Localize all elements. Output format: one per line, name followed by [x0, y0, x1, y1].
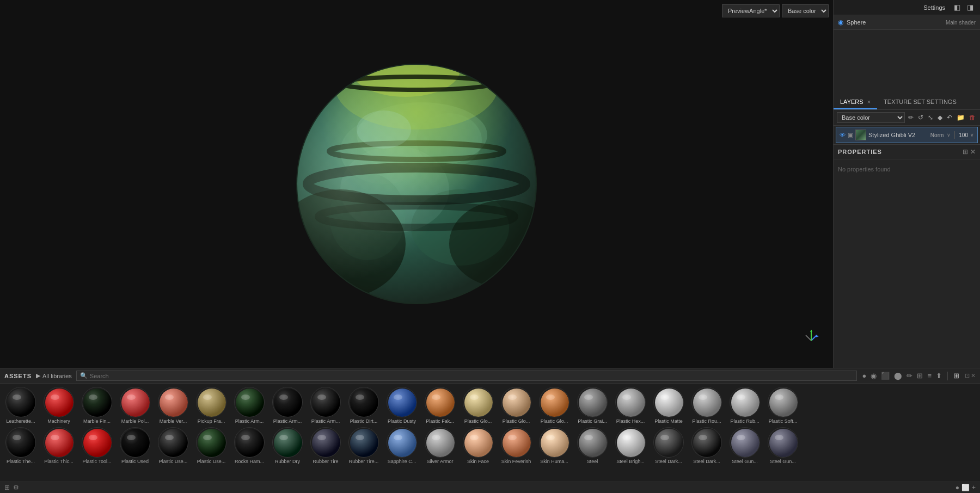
material-item[interactable]: Marble Fin...: [78, 386, 115, 425]
paint-bucket-btn[interactable]: ◆: [936, 113, 944, 122]
material-thumbnail: [120, 427, 150, 458]
material-item[interactable]: Skin Huma...: [536, 426, 573, 465]
material-item[interactable]: Skin Feverish: [498, 426, 535, 465]
close-window-btn[interactable]: ✕: [971, 372, 976, 379]
large-grid-btn[interactable]: ⊞: [952, 371, 960, 381]
material-item[interactable]: Plastic The...: [2, 426, 39, 465]
material-label: Plastic Tool...: [79, 459, 114, 464]
svg-point-100: [622, 435, 631, 440]
svg-point-45: [388, 389, 416, 417]
material-item[interactable]: Rubber Tire: [307, 426, 344, 465]
material-item[interactable]: Plastic Glo...: [536, 386, 573, 425]
material-item[interactable]: Plastic Glo...: [460, 386, 497, 425]
layer-visibility-icon[interactable]: 👁: [840, 132, 846, 138]
material-item[interactable]: Steel: [574, 426, 611, 465]
material-item[interactable]: Plastic Tool...: [78, 426, 115, 465]
material-item[interactable]: Plastic Rub...: [726, 386, 763, 425]
material-item[interactable]: Steel Brigh...: [612, 426, 649, 465]
cube-btn[interactable]: ⬛: [880, 371, 891, 381]
material-item[interactable]: Leatherette...: [2, 386, 39, 425]
material-item[interactable]: Plastic Thic...: [40, 426, 77, 465]
material-item[interactable]: Plastic Use...: [193, 426, 230, 465]
preview-icon-2[interactable]: ◨: [965, 2, 976, 13]
all-libraries-btn[interactable]: ▶ All libraries: [36, 372, 72, 379]
material-item[interactable]: Plastic Glo...: [498, 386, 535, 425]
layers-tab-close[interactable]: ×: [867, 98, 871, 105]
material-item[interactable]: Plastic Fak...: [421, 386, 458, 425]
material-label: Sapphire C...: [384, 459, 419, 464]
material-item[interactable]: Sapphire C...: [383, 426, 420, 465]
material-item[interactable]: Rubber Tire...: [345, 426, 382, 465]
svg-point-66: [775, 395, 783, 400]
material-item[interactable]: Plastic Used: [117, 426, 154, 465]
add-effect-btn[interactable]: ↶: [946, 113, 953, 122]
material-item[interactable]: Steel Dark...: [650, 426, 687, 465]
material-thumbnail: [577, 427, 608, 458]
material-thumbnail: [196, 427, 226, 458]
material-item[interactable]: Steel Gun...: [764, 426, 801, 465]
plus-foot-btn[interactable]: +: [972, 484, 976, 491]
add-paint-layer-btn[interactable]: ✏: [907, 113, 915, 122]
display-mode-select[interactable]: Base color: [782, 4, 829, 17]
assets-title: ASSETS: [4, 373, 32, 379]
material-item[interactable]: Plastic Soft...: [764, 386, 801, 425]
list-view-btn[interactable]: ≡: [926, 371, 933, 381]
add-asset-btn[interactable]: ⊞: [4, 484, 10, 491]
material-item[interactable]: Plastic Rou...: [688, 386, 725, 425]
base-color-select[interactable]: Base color: [837, 112, 905, 123]
material-item[interactable]: Plastic Dirt...: [345, 386, 382, 425]
material-item[interactable]: Marble Ver...: [155, 386, 192, 425]
folder-btn[interactable]: 📁: [955, 113, 966, 122]
material-item[interactable]: Plastic Arm...: [269, 386, 306, 425]
material-item[interactable]: Plastic Grai...: [574, 386, 611, 425]
expand-window-btn[interactable]: ⊡: [965, 372, 970, 379]
material-item[interactable]: Silver Armor: [421, 426, 458, 465]
material-item[interactable]: Marble Pol...: [117, 386, 154, 425]
material-item[interactable]: Steel Dark...: [688, 426, 725, 465]
material-item[interactable]: Rubber Dry: [269, 426, 306, 465]
material-item[interactable]: Plastic Matte: [650, 386, 687, 425]
material-item[interactable]: Plastic Dusty: [383, 386, 420, 425]
layer-item[interactable]: 👁 ▣ Stylized Ghibli V2 Norm ∨ 100 ∨: [836, 127, 978, 143]
paint-btn[interactable]: ✏: [905, 371, 914, 381]
cylinder-btn[interactable]: ⬤: [893, 371, 903, 381]
search-input[interactable]: [90, 373, 853, 379]
grid-view-btn[interactable]: ⊞: [916, 371, 924, 381]
material-thumbnail: [5, 427, 36, 458]
material-item[interactable]: Skin Face: [460, 426, 497, 465]
layer-mode[interactable]: Norm: [930, 132, 944, 138]
material-thumbnail: [615, 387, 646, 417]
tab-texture-set[interactable]: TEXTURE SET SETTINGS: [877, 95, 963, 109]
material-item[interactable]: Rocks Ham...: [231, 426, 268, 465]
material-thumbnail: [691, 427, 722, 458]
import-btn[interactable]: ⬆: [935, 371, 943, 381]
material-item[interactable]: Plastic Hex...: [612, 386, 649, 425]
svg-point-32: [127, 395, 136, 400]
material-item[interactable]: Steel Gun...: [726, 426, 763, 465]
material-item[interactable]: Plastic Arm...: [231, 386, 268, 425]
sphere-view-btn[interactable]: ●: [861, 371, 868, 381]
assets-search[interactable]: 🔍: [76, 371, 857, 381]
main-shader-label: Main shader: [946, 20, 976, 26]
add-brush-btn[interactable]: ⤡: [927, 113, 934, 122]
material-item[interactable]: Machinery: [40, 386, 77, 425]
material-thumbnail: [463, 387, 493, 417]
search-icon: 🔍: [80, 372, 88, 379]
material-thumbnail: [348, 427, 379, 458]
material-item[interactable]: Pickup Fra...: [193, 386, 230, 425]
add-fill-layer-btn[interactable]: ↺: [917, 113, 924, 122]
sphere-flat-btn[interactable]: ◉: [869, 371, 878, 381]
sphere-foot-btn[interactable]: ●: [955, 484, 959, 491]
material-thumbnail: [5, 387, 36, 417]
tab-layers[interactable]: LAYERS ×: [834, 95, 877, 109]
preview-icon-1[interactable]: ◧: [952, 2, 963, 13]
material-item[interactable]: Plastic Arm...: [307, 386, 344, 425]
settings-asset-btn[interactable]: ⚙: [13, 484, 19, 491]
properties-expand-btn[interactable]: ⊞: [963, 148, 968, 156]
delete-layer-btn[interactable]: 🗑: [968, 113, 977, 122]
material-label: Plastic Rou...: [689, 418, 724, 424]
properties-close-btn[interactable]: ✕: [970, 148, 976, 156]
rect-foot-btn[interactable]: ⬜: [961, 484, 970, 491]
material-item[interactable]: Plastic Use...: [155, 426, 192, 465]
preview-angle-select[interactable]: PreviewAngle*: [722, 4, 780, 17]
